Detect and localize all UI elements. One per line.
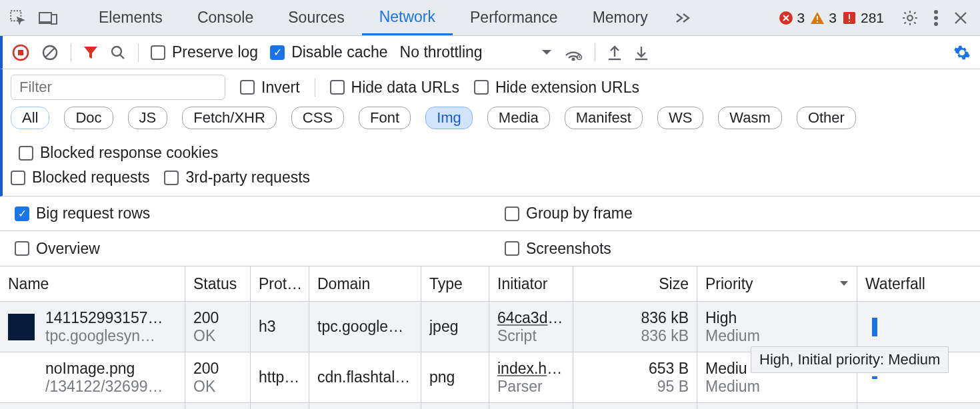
sort-desc-icon: [839, 280, 849, 287]
svg-rect-7: [849, 14, 850, 19]
svg-rect-5: [817, 21, 818, 23]
preserve-log-toggle[interactable]: Preserve log: [151, 43, 258, 61]
panel-tabs: Elements Console Sources Network Perform…: [81, 0, 700, 35]
priority-tooltip: High, Initial priority: Medium: [751, 346, 949, 373]
third-party-toggle[interactable]: 3rd-party requests: [164, 169, 310, 187]
blocked-cookies-toggle[interactable]: Blocked response cookies: [19, 144, 218, 162]
svg-rect-1: [39, 13, 51, 22]
download-har-icon[interactable]: [634, 45, 649, 61]
filter-icon[interactable]: [83, 45, 98, 60]
big-rows-toggle[interactable]: ✓Big request rows: [15, 204, 150, 222]
devtools-tab-bar: Elements Console Sources Network Perform…: [0, 0, 980, 36]
column-size[interactable]: Size: [573, 266, 697, 301]
hide-data-urls-toggle[interactable]: Hide data URLs: [330, 79, 459, 97]
svg-point-12: [934, 22, 938, 26]
column-type[interactable]: Type: [421, 266, 489, 301]
tab-performance[interactable]: Performance: [453, 0, 575, 35]
error-badges[interactable]: 3 3 281: [773, 10, 889, 26]
svg-point-17: [572, 58, 574, 60]
close-icon[interactable]: [953, 11, 968, 25]
view-options-row-2: Overview Screenshots: [0, 231, 980, 266]
group-by-frame-toggle[interactable]: Group by frame: [505, 204, 633, 222]
error-count: 3: [797, 10, 805, 26]
column-initiator[interactable]: Initiator: [489, 266, 573, 301]
warning-icon: [810, 11, 825, 25]
network-conditions-icon[interactable]: [564, 45, 583, 61]
filter-input[interactable]: [11, 75, 225, 100]
svg-rect-2: [51, 15, 57, 24]
filter-type-doc[interactable]: Doc: [64, 107, 113, 129]
filter-type-img[interactable]: Img: [425, 107, 473, 129]
svg-point-11: [934, 16, 938, 20]
hide-extension-urls-toggle[interactable]: Hide extension URLs: [474, 79, 639, 97]
warning-count: 3: [829, 10, 837, 26]
inspect-element-icon[interactable]: [9, 9, 27, 27]
chevron-down-icon: [541, 49, 552, 56]
column-domain[interactable]: Domain: [309, 266, 421, 301]
filter-type-other[interactable]: Other: [797, 107, 856, 129]
clear-icon[interactable]: [41, 44, 59, 61]
filter-type-all[interactable]: All: [11, 107, 49, 129]
invert-toggle[interactable]: Invert: [240, 79, 300, 97]
tab-network[interactable]: Network: [362, 0, 453, 35]
device-toolbar-icon[interactable]: [39, 11, 57, 25]
overview-toggle[interactable]: Overview: [15, 240, 100, 258]
issues-count: 281: [861, 10, 884, 26]
search-icon[interactable]: [110, 45, 126, 61]
column-protocol[interactable]: Prot…: [251, 266, 309, 301]
waterfall-bar: [872, 318, 877, 336]
view-options-row-1: ✓Big request rows Group by frame: [0, 197, 980, 231]
filter-bar: Invert Hide data URLs Hide extension URL…: [0, 69, 980, 197]
table-row[interactable]: 827299944997 200 64ca3df 12.0 kB Medium: [0, 403, 980, 409]
svg-rect-14: [18, 50, 23, 55]
filter-type-css[interactable]: CSS: [291, 107, 344, 129]
waterfall-bar: [872, 376, 877, 379]
blocked-requests-toggle[interactable]: Blocked requests: [11, 169, 149, 187]
filter-type-manifest[interactable]: Manifest: [565, 107, 643, 129]
tab-elements[interactable]: Elements: [81, 0, 180, 35]
network-toolbar: Preserve log ✓ Disable cache No throttli…: [0, 36, 980, 69]
svg-rect-8: [849, 21, 850, 22]
svg-rect-4: [817, 16, 818, 20]
tab-console[interactable]: Console: [180, 0, 271, 35]
filter-type-media[interactable]: Media: [487, 107, 550, 129]
throttling-select[interactable]: No throttling: [400, 43, 552, 61]
filter-type-wasm[interactable]: Wasm: [718, 107, 782, 129]
disable-cache-toggle[interactable]: ✓ Disable cache: [270, 43, 387, 61]
column-status[interactable]: Status: [185, 266, 251, 301]
filter-type-fetch[interactable]: Fetch/XHR: [182, 107, 277, 129]
thumbnail-icon: [8, 314, 35, 340]
svg-point-16: [112, 47, 121, 56]
column-waterfall[interactable]: Waterfall: [857, 266, 980, 301]
column-name[interactable]: Name: [0, 266, 185, 301]
record-button[interactable]: [12, 44, 29, 61]
more-tabs-icon[interactable]: [665, 0, 700, 35]
filter-type-ws[interactable]: WS: [657, 107, 703, 129]
column-priority[interactable]: Priority: [697, 266, 857, 301]
issues-icon: [842, 11, 857, 25]
table-row[interactable]: 141152993157…tpc.googlesyn… 200OK h3 tpc…: [0, 302, 980, 352]
svg-point-10: [934, 10, 938, 14]
kebab-menu-icon[interactable]: [933, 9, 939, 27]
settings-icon[interactable]: [901, 9, 919, 27]
tab-memory[interactable]: Memory: [575, 0, 665, 35]
request-table-header: Name Status Prot… Domain Type Initiator …: [0, 266, 980, 302]
upload-har-icon[interactable]: [607, 45, 622, 61]
screenshots-toggle[interactable]: Screenshots: [505, 240, 611, 258]
tab-sources[interactable]: Sources: [271, 0, 361, 35]
network-settings-icon[interactable]: [953, 44, 971, 61]
filter-type-font[interactable]: Font: [359, 107, 411, 129]
disable-cache-label: Disable cache: [291, 43, 387, 61]
preserve-log-label: Preserve log: [172, 43, 258, 61]
error-icon: [779, 11, 793, 25]
svg-point-9: [907, 15, 913, 21]
throttling-value: No throttling: [400, 43, 483, 61]
filter-type-js[interactable]: JS: [128, 107, 168, 129]
